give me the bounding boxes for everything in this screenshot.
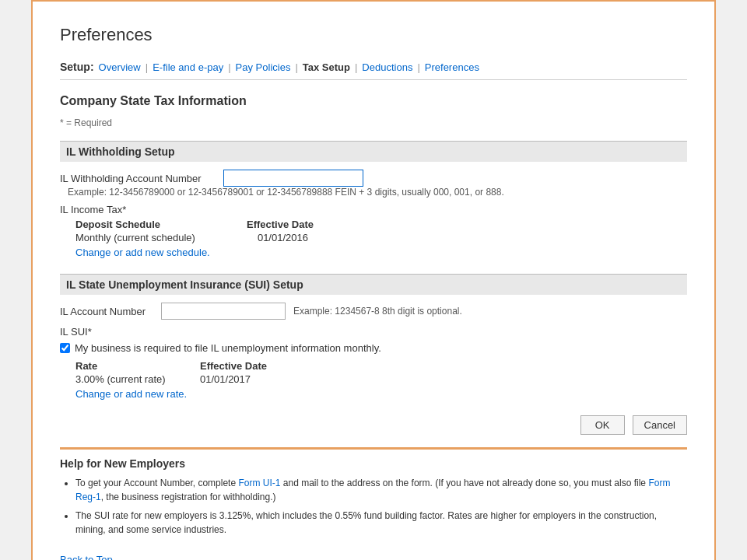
rate-header-label: Rate	[75, 360, 200, 372]
nav-sep-4: |	[355, 61, 357, 73]
button-row: OK Cancel	[60, 415, 687, 435]
sui-account-row: IL Account Number Example: 1234567-8 8th…	[60, 303, 687, 320]
page-title: Preferences	[60, 25, 687, 45]
nav-preferences[interactable]: Preferences	[425, 61, 479, 73]
sui-account-label: IL Account Number	[60, 306, 161, 317]
help-section: Help for New Employers To get your Accou…	[60, 447, 687, 537]
income-tax-label: IL Income Tax*	[60, 204, 687, 215]
setup-nav: Setup: Overview | E-file and e-pay | Pay…	[60, 61, 687, 80]
rate-table: Rate Effective Date 3.00% (current rate)…	[75, 360, 687, 385]
nav-tax-setup: Tax Setup	[303, 61, 350, 73]
account-number-row: IL Withholding Account Number Example: 1…	[60, 170, 687, 198]
deposit-schedule-table: Deposit Schedule Effective Date Monthly …	[75, 219, 687, 243]
effective-date-withholding-value: 01/01/2016	[258, 232, 366, 243]
schedule-header: Deposit Schedule Effective Date	[75, 219, 687, 230]
help-title: Help for New Employers	[60, 457, 687, 470]
rate-row: 3.00% (current rate) 01/01/2017	[75, 373, 687, 385]
deposit-schedule-value: Monthly (current schedule)	[75, 232, 195, 243]
ok-button[interactable]: OK	[580, 415, 625, 435]
sui-account-hint: Example: 1234567-8 8th digit is optional…	[293, 306, 462, 317]
income-tax-section: IL Income Tax* Deposit Schedule Effectiv…	[60, 204, 687, 258]
change-schedule-link[interactable]: Change or add new schedule.	[75, 247, 210, 258]
sui-account-input[interactable]	[161, 303, 286, 320]
cancel-button[interactable]: Cancel	[633, 415, 687, 435]
setup-label: Setup:	[60, 61, 94, 73]
back-to-top-link[interactable]: Back to Top	[60, 554, 113, 560]
deposit-schedule-header: Deposit Schedule	[75, 219, 184, 230]
required-note: * = Required	[60, 117, 687, 128]
rate-value: 3.00% (current rate)	[75, 373, 200, 385]
help-item-1-text-after: , the business registration for withhold…	[101, 492, 276, 502]
nav-sep-2: |	[228, 61, 230, 73]
nav-efile[interactable]: E-file and e-pay	[153, 61, 223, 73]
help-list: To get your Account Number, complete For…	[75, 476, 687, 537]
change-rate-link[interactable]: Change or add new rate.	[75, 388, 187, 400]
sui-checkbox-label: My business is required to file IL unemp…	[75, 342, 381, 354]
section-title: Company State Tax Information	[60, 94, 687, 108]
effective-date-sui-value: 01/01/2017	[200, 373, 324, 385]
account-number-hint: Example: 12-3456789000 or 12-3456789001 …	[68, 187, 504, 198]
form-ui1-link[interactable]: Form UI-1	[238, 478, 280, 488]
schedule-row: Monthly (current schedule) 01/01/2016	[75, 232, 687, 243]
sui-checkbox[interactable]	[60, 343, 70, 353]
withholding-section-title: IL Withholding Setup	[60, 141, 687, 162]
effective-date-sui-header: Effective Date	[200, 360, 324, 372]
withholding-section: IL Withholding Setup IL Withholding Acco…	[60, 141, 687, 258]
main-container: Preferences Setup: Overview | E-file and…	[31, 0, 716, 560]
nav-pay-policies[interactable]: Pay Policies	[236, 61, 291, 73]
nav-sep-3: |	[295, 61, 297, 73]
nav-sep-5: |	[417, 61, 419, 73]
sui-section-title: IL State Unemployment Insurance (SUI) Se…	[60, 274, 687, 295]
nav-overview[interactable]: Overview	[99, 61, 141, 73]
help-item-1: To get your Account Number, complete For…	[75, 476, 687, 504]
help-item-1-text-before: To get your Account Number, complete	[75, 478, 238, 488]
rate-header: Rate Effective Date	[75, 360, 687, 372]
withholding-account-input[interactable]	[223, 170, 363, 187]
nav-sep-1: |	[146, 61, 148, 73]
help-item-1-text-middle: and mail to the address on the form. (If…	[280, 478, 648, 488]
effective-date-header-withholding: Effective Date	[247, 219, 356, 230]
help-item-2: The SUI rate for new employers is 3.125%…	[75, 509, 687, 537]
sui-checkbox-row: My business is required to file IL unemp…	[60, 342, 687, 354]
nav-deductions[interactable]: Deductions	[362, 61, 412, 73]
sui-details: IL SUI* My business is required to file …	[60, 326, 687, 400]
account-number-label: IL Withholding Account Number	[60, 173, 223, 184]
sui-label: IL SUI*	[60, 326, 687, 338]
sui-section: IL State Unemployment Insurance (SUI) Se…	[60, 274, 687, 400]
